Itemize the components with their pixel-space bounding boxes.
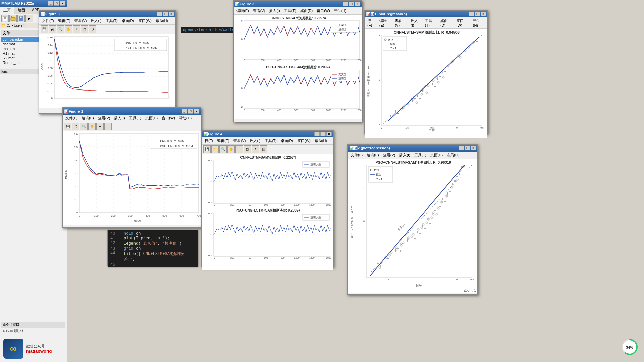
menu-desktop[interactable]: 桌面(D) (120, 18, 136, 24)
f1-menu-desktop[interactable]: 桌面(D) (144, 115, 159, 121)
figure3-loss-close[interactable]: × (169, 12, 174, 16)
save-btn[interactable] (17, 15, 25, 22)
f4-tb-cursor[interactable]: + (235, 145, 243, 153)
f1-menu-window[interactable]: 窗口(W) (160, 115, 176, 121)
frc-desktop[interactable]: 桌面(D) (439, 18, 453, 28)
fig-reg-cnn-close[interactable]: × (481, 12, 486, 16)
f4-tb-save[interactable]: 💾 (203, 145, 211, 153)
figure3-pred-minimize[interactable]: _ (343, 2, 348, 6)
matlab-minimize-btn[interactable]: _ (48, 1, 53, 6)
menu-insert[interactable]: 插入(I) (89, 18, 103, 24)
new-script-btn[interactable] (1, 15, 9, 22)
f1-menu-insert[interactable]: 插入(I) (113, 115, 126, 121)
tab-home[interactable]: 主页 (0, 7, 14, 14)
svg-text:数据: 数据 (374, 169, 379, 172)
f1-tb-pan[interactable]: ✋ (88, 123, 96, 130)
run-btn[interactable]: ▶ (25, 15, 33, 22)
f4-tb-select[interactable]: ▤ (260, 145, 267, 153)
figure1-maximize[interactable]: □ (188, 109, 193, 114)
tb-pan[interactable]: ✋ (65, 25, 72, 33)
progress-circle-container: 34% (620, 338, 639, 357)
figure3-loss-maximize[interactable]: □ (163, 12, 168, 16)
fig-reg-pso-minimize[interactable]: _ (459, 146, 464, 150)
figure3-pred-close[interactable]: × (355, 2, 360, 6)
f1-tb-print[interactable]: 🖨 (72, 123, 79, 130)
figure1-rmse-window: 📊 Figure 1 _ □ × 文件(F) 编辑(E) 查看(V) 插入(I)… (62, 107, 201, 228)
code-editor-area[interactable]: 40 hold on 41 plot(T_pred,'-b.'); 42 leg… (108, 230, 198, 267)
f3p-insert[interactable]: 插入(I) (268, 8, 281, 14)
frc-edit[interactable]: 编辑(E) (378, 18, 392, 28)
fig-reg-pso-maximize[interactable]: □ (465, 146, 470, 150)
figure3-pred-maximize[interactable]: □ (349, 2, 354, 6)
f3p-view[interactable]: 查看(V) (252, 8, 267, 14)
f4-edit[interactable]: 编辑(E) (216, 138, 231, 144)
tab-plot[interactable]: 绘图 (14, 7, 29, 14)
frp-view[interactable]: 查看(V) (382, 152, 397, 158)
f3p-help[interactable]: 帮助(H) (333, 8, 348, 14)
f4-tb-brush[interactable]: ◻ (244, 145, 251, 153)
f4-tools[interactable]: 工具(T) (263, 138, 278, 144)
menu-tools[interactable]: 工具(T) (104, 18, 119, 24)
f4-tb-zoom[interactable]: 🔍 (219, 145, 227, 153)
f4-help[interactable]: 帮助(H) (313, 138, 328, 144)
open-btn[interactable] (9, 15, 17, 22)
f1-menu-edit[interactable]: 编辑(E) (80, 115, 95, 121)
frc-file[interactable]: 行(F) (366, 18, 377, 28)
tb-save[interactable]: 💾 (41, 25, 48, 33)
f4-insert[interactable]: 插入(I) (248, 138, 262, 144)
menu-window[interactable]: 窗口(W) (137, 18, 153, 24)
f1-menu-view[interactable]: 查看(V) (97, 115, 112, 121)
f4-file[interactable]: 行(F) (203, 138, 214, 144)
figure1-minimize[interactable]: _ (182, 109, 187, 114)
tb-print[interactable]: 🖨 (49, 25, 56, 33)
f1-tb-zoom[interactable]: 🔍 (80, 123, 88, 130)
frc-tools[interactable]: 工具(T) (424, 18, 438, 28)
f3p-desktop[interactable]: 桌面(D) (299, 8, 314, 14)
f1-tb-cursor[interactable]: + (96, 123, 104, 130)
frp-insert[interactable]: 插入(I) (398, 152, 411, 158)
f1-menu-tools[interactable]: 工具(T) (128, 115, 143, 121)
frc-help[interactable]: 帮助(H) (472, 18, 486, 28)
figure4-minimize[interactable]: _ (314, 132, 320, 136)
figure4-maximize[interactable]: □ (320, 132, 326, 136)
f3p-edit[interactable]: 编辑(E) (235, 8, 250, 14)
f4-window[interactable]: 窗口(W) (296, 138, 312, 144)
f1-menu-file[interactable]: 文件(F) (64, 115, 79, 121)
f4-tb-arrow[interactable]: ↗ (252, 145, 259, 153)
menu-view[interactable]: 查看(V) (73, 18, 88, 24)
figure3-loss-minimize[interactable]: _ (157, 12, 162, 16)
f4-tb-open[interactable]: 📁 (211, 145, 219, 153)
matlab-close-btn[interactable]: × (60, 1, 65, 6)
frp-tools[interactable]: 工具(T) (413, 152, 428, 158)
fig-reg-pso-close[interactable]: × (471, 146, 476, 150)
f1-menu-help[interactable]: 帮助(H) (178, 115, 193, 121)
tb-rotate[interactable]: ↺ (89, 25, 96, 33)
tb-zoom-in[interactable]: 🔍 (57, 25, 64, 33)
frc-view[interactable]: 查看(V) (393, 18, 408, 28)
f4-tb-pan[interactable]: ✋ (227, 145, 235, 153)
figure1-close[interactable]: × (194, 109, 199, 114)
frp-edit[interactable]: 编辑(E) (365, 152, 380, 158)
tb-brush[interactable]: ◻ (81, 25, 88, 33)
fig-reg-cnn-minimize[interactable]: _ (469, 12, 474, 16)
figure4-close[interactable]: × (326, 132, 332, 136)
tb-data-cursor[interactable]: + (73, 25, 80, 33)
f4-desktop[interactable]: 桌面(D) (279, 138, 294, 144)
fig-reg-cnn-maximize[interactable]: □ (475, 12, 480, 16)
f1-tb-brush[interactable]: ◻ (104, 123, 112, 130)
matlab-maximize-btn[interactable]: □ (54, 1, 59, 6)
frc-insert[interactable]: 插入(I) (409, 18, 422, 28)
frp-desktop[interactable]: 桌面(D) (429, 152, 444, 158)
frp-file[interactable]: 文件(F) (349, 152, 364, 158)
menu-file[interactable]: 文件(F) (41, 18, 55, 24)
frc-window[interactable]: 窗口(W) (455, 18, 470, 28)
f4-view[interactable]: 查看(V) (232, 138, 247, 144)
frp-layout[interactable]: 布局(H) (445, 152, 461, 158)
svg-text:1000: 1000 (326, 59, 331, 61)
svg-text:600: 600 (294, 109, 298, 111)
menu-help[interactable]: 帮助(H) (154, 18, 169, 24)
menu-edit[interactable]: 编辑(E) (57, 18, 72, 24)
f1-tb-save[interactable]: 💾 (64, 123, 71, 130)
f3p-window[interactable]: 窗口(W) (315, 8, 331, 14)
f3p-tools[interactable]: 工具(T) (283, 8, 298, 14)
